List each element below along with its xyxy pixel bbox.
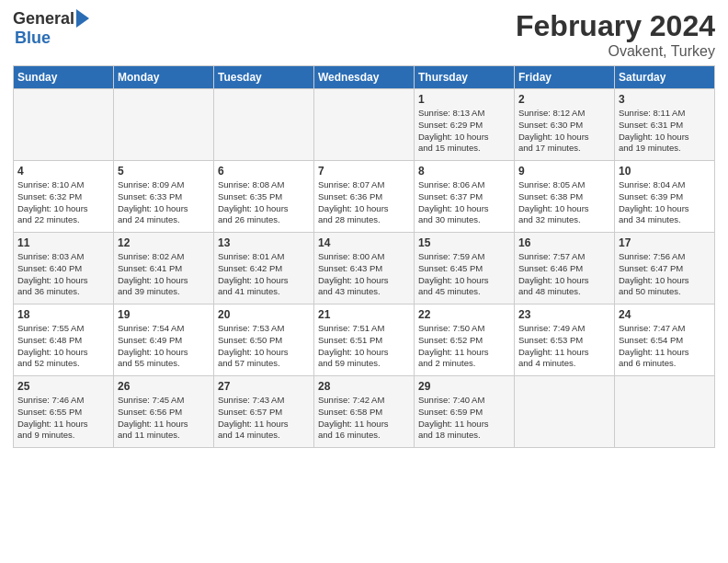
calendar-week-row: 11Sunrise: 8:03 AM Sunset: 6:40 PM Dayli…	[14, 233, 715, 304]
date-number: 23	[518, 308, 610, 321]
date-number: 26	[118, 380, 210, 393]
cell-details: Sunrise: 8:09 AM Sunset: 6:33 PM Dayligh…	[118, 179, 210, 226]
table-row: 10Sunrise: 8:04 AM Sunset: 6:39 PM Dayli…	[615, 161, 715, 233]
table-row: 20Sunrise: 7:53 AM Sunset: 6:50 PM Dayli…	[214, 304, 314, 376]
date-number: 11	[17, 236, 109, 249]
table-row: 4Sunrise: 8:10 AM Sunset: 6:32 PM Daylig…	[14, 161, 114, 233]
cell-details: Sunrise: 7:59 AM Sunset: 6:45 PM Dayligh…	[418, 251, 510, 298]
table-row: 29Sunrise: 7:40 AM Sunset: 6:59 PM Dayli…	[415, 376, 515, 448]
date-number: 24	[619, 308, 711, 321]
table-row: 24Sunrise: 7:47 AM Sunset: 6:54 PM Dayli…	[615, 304, 715, 376]
table-row: 3Sunrise: 8:11 AM Sunset: 6:31 PM Daylig…	[615, 89, 715, 161]
cell-details: Sunrise: 7:40 AM Sunset: 6:59 PM Dayligh…	[418, 395, 510, 442]
table-row	[615, 376, 715, 448]
table-row: 12Sunrise: 8:02 AM Sunset: 6:41 PM Dayli…	[114, 233, 214, 304]
cell-details: Sunrise: 8:04 AM Sunset: 6:39 PM Dayligh…	[619, 179, 711, 226]
cell-details: Sunrise: 8:00 AM Sunset: 6:43 PM Dayligh…	[318, 251, 410, 298]
table-row	[114, 89, 214, 161]
col-tuesday: Tuesday	[214, 66, 314, 89]
table-row: 16Sunrise: 7:57 AM Sunset: 6:46 PM Dayli…	[515, 233, 615, 304]
table-row: 21Sunrise: 7:51 AM Sunset: 6:51 PM Dayli…	[314, 304, 415, 376]
date-number: 10	[619, 165, 711, 178]
cell-details: Sunrise: 8:01 AM Sunset: 6:42 PM Dayligh…	[218, 251, 310, 298]
table-row: 23Sunrise: 7:49 AM Sunset: 6:53 PM Dayli…	[515, 304, 615, 376]
cell-details: Sunrise: 8:08 AM Sunset: 6:35 PM Dayligh…	[218, 179, 310, 226]
cell-details: Sunrise: 7:51 AM Sunset: 6:51 PM Dayligh…	[318, 323, 410, 370]
col-monday: Monday	[114, 66, 214, 89]
date-number: 27	[218, 380, 310, 393]
table-row: 26Sunrise: 7:45 AM Sunset: 6:56 PM Dayli…	[114, 376, 214, 448]
subtitle: Ovakent, Turkey	[516, 43, 715, 60]
date-number: 19	[118, 308, 210, 321]
cell-details: Sunrise: 7:43 AM Sunset: 6:57 PM Dayligh…	[218, 395, 310, 442]
table-row: 14Sunrise: 8:00 AM Sunset: 6:43 PM Dayli…	[314, 233, 415, 304]
date-number: 21	[318, 308, 410, 321]
date-number: 20	[218, 308, 310, 321]
calendar-header-row: Sunday Monday Tuesday Wednesday Thursday…	[14, 66, 715, 89]
cell-details: Sunrise: 8:10 AM Sunset: 6:32 PM Dayligh…	[17, 179, 109, 226]
cell-details: Sunrise: 7:45 AM Sunset: 6:56 PM Dayligh…	[118, 395, 210, 442]
date-number: 17	[619, 236, 711, 249]
col-friday: Friday	[515, 66, 615, 89]
date-number: 28	[318, 380, 410, 393]
table-row: 6Sunrise: 8:08 AM Sunset: 6:35 PM Daylig…	[214, 161, 314, 233]
table-row: 15Sunrise: 7:59 AM Sunset: 6:45 PM Dayli…	[415, 233, 515, 304]
calendar-week-row: 25Sunrise: 7:46 AM Sunset: 6:55 PM Dayli…	[14, 376, 715, 448]
cell-details: Sunrise: 8:07 AM Sunset: 6:36 PM Dayligh…	[318, 179, 410, 226]
date-number: 14	[318, 236, 410, 249]
table-row: 7Sunrise: 8:07 AM Sunset: 6:36 PM Daylig…	[314, 161, 415, 233]
date-number: 22	[418, 308, 510, 321]
calendar-week-row: 1Sunrise: 8:13 AM Sunset: 6:29 PM Daylig…	[14, 89, 715, 161]
table-row: 9Sunrise: 8:05 AM Sunset: 6:38 PM Daylig…	[515, 161, 615, 233]
date-number: 7	[318, 165, 410, 178]
date-number: 9	[518, 165, 610, 178]
cell-details: Sunrise: 8:05 AM Sunset: 6:38 PM Dayligh…	[518, 179, 610, 226]
main-title: February 2024	[516, 9, 715, 43]
date-number: 25	[17, 380, 109, 393]
date-number: 6	[218, 165, 310, 178]
col-thursday: Thursday	[415, 66, 515, 89]
col-sunday: Sunday	[14, 66, 114, 89]
cell-details: Sunrise: 8:06 AM Sunset: 6:37 PM Dayligh…	[418, 179, 510, 226]
table-row: 17Sunrise: 7:56 AM Sunset: 6:47 PM Dayli…	[615, 233, 715, 304]
date-number: 29	[418, 380, 510, 393]
date-number: 16	[518, 236, 610, 249]
table-row: 28Sunrise: 7:42 AM Sunset: 6:58 PM Dayli…	[314, 376, 415, 448]
logo-general-text: General	[13, 9, 74, 29]
calendar-table: Sunday Monday Tuesday Wednesday Thursday…	[13, 65, 715, 448]
table-row: 2Sunrise: 8:12 AM Sunset: 6:30 PM Daylig…	[515, 89, 615, 161]
table-row	[515, 376, 615, 448]
cell-details: Sunrise: 8:12 AM Sunset: 6:30 PM Dayligh…	[518, 108, 610, 155]
cell-details: Sunrise: 7:50 AM Sunset: 6:52 PM Dayligh…	[418, 323, 510, 370]
table-row: 1Sunrise: 8:13 AM Sunset: 6:29 PM Daylig…	[415, 89, 515, 161]
col-saturday: Saturday	[615, 66, 715, 89]
table-row: 8Sunrise: 8:06 AM Sunset: 6:37 PM Daylig…	[415, 161, 515, 233]
cell-details: Sunrise: 7:53 AM Sunset: 6:50 PM Dayligh…	[218, 323, 310, 370]
cell-details: Sunrise: 8:13 AM Sunset: 6:29 PM Dayligh…	[418, 108, 510, 155]
table-row	[214, 89, 314, 161]
date-number: 13	[218, 236, 310, 249]
date-number: 15	[418, 236, 510, 249]
date-number: 5	[118, 165, 210, 178]
date-number: 8	[418, 165, 510, 178]
date-number: 2	[518, 93, 610, 106]
table-row	[14, 89, 114, 161]
cell-details: Sunrise: 7:55 AM Sunset: 6:48 PM Dayligh…	[17, 323, 109, 370]
table-row: 18Sunrise: 7:55 AM Sunset: 6:48 PM Dayli…	[14, 304, 114, 376]
table-row: 11Sunrise: 8:03 AM Sunset: 6:40 PM Dayli…	[14, 233, 114, 304]
col-wednesday: Wednesday	[314, 66, 415, 89]
date-number: 12	[118, 236, 210, 249]
cell-details: Sunrise: 7:54 AM Sunset: 6:49 PM Dayligh…	[118, 323, 210, 370]
table-row: 5Sunrise: 8:09 AM Sunset: 6:33 PM Daylig…	[114, 161, 214, 233]
date-number: 18	[17, 308, 109, 321]
cell-details: Sunrise: 8:02 AM Sunset: 6:41 PM Dayligh…	[118, 251, 210, 298]
title-block: February 2024 Ovakent, Turkey	[516, 9, 715, 60]
cell-details: Sunrise: 8:03 AM Sunset: 6:40 PM Dayligh…	[17, 251, 109, 298]
table-row: 27Sunrise: 7:43 AM Sunset: 6:57 PM Dayli…	[214, 376, 314, 448]
date-number: 4	[17, 165, 109, 178]
cell-details: Sunrise: 7:56 AM Sunset: 6:47 PM Dayligh…	[619, 251, 711, 298]
logo-blue-text: Blue	[15, 29, 51, 48]
table-row: 25Sunrise: 7:46 AM Sunset: 6:55 PM Dayli…	[14, 376, 114, 448]
table-row: 13Sunrise: 8:01 AM Sunset: 6:42 PM Dayli…	[214, 233, 314, 304]
table-row: 22Sunrise: 7:50 AM Sunset: 6:52 PM Dayli…	[415, 304, 515, 376]
